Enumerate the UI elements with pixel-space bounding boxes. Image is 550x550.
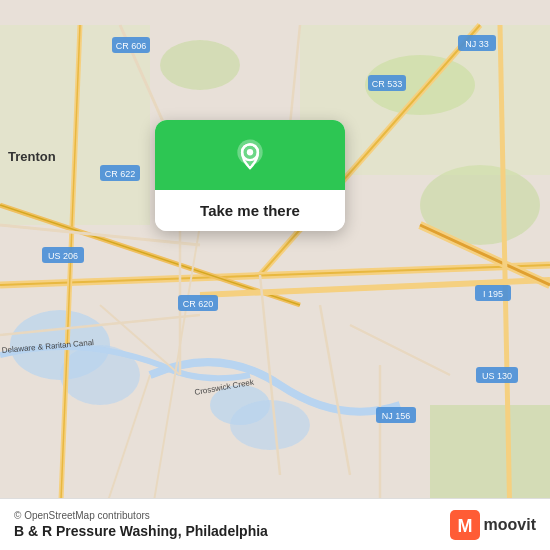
bottom-bar: © OpenStreetMap contributors B & R Press… [0, 498, 550, 550]
svg-text:Trenton: Trenton [8, 149, 56, 164]
location-pin-icon [231, 138, 269, 176]
svg-text:I 195: I 195 [483, 289, 503, 299]
bottom-info: © OpenStreetMap contributors B & R Press… [14, 510, 268, 539]
svg-text:CR 533: CR 533 [372, 79, 403, 89]
moovit-icon: M [450, 510, 480, 540]
svg-text:M: M [457, 516, 472, 536]
svg-point-2 [160, 40, 240, 90]
map-attribution: © OpenStreetMap contributors [14, 510, 268, 521]
svg-point-58 [247, 149, 253, 155]
take-me-there-button[interactable]: Take me there [155, 190, 345, 231]
svg-text:CR 620: CR 620 [183, 299, 214, 309]
svg-text:US 206: US 206 [48, 251, 78, 261]
place-name: B & R Pressure Washing, Philadelphia [14, 523, 268, 539]
svg-text:CR 606: CR 606 [116, 41, 147, 51]
svg-text:NJ 156: NJ 156 [382, 411, 411, 421]
moovit-text: moovit [484, 516, 536, 534]
popup-card: Take me there [155, 120, 345, 231]
map-container: NJ 33 CR 606 CR 533 CR 622 CR 620 US 206… [0, 0, 550, 550]
moovit-logo: M moovit [450, 510, 536, 540]
svg-text:NJ 33: NJ 33 [465, 39, 489, 49]
map-background: NJ 33 CR 606 CR 533 CR 622 CR 620 US 206… [0, 0, 550, 550]
svg-point-8 [230, 400, 310, 450]
svg-text:US 130: US 130 [482, 371, 512, 381]
svg-text:CR 622: CR 622 [105, 169, 136, 179]
popup-header [155, 120, 345, 190]
